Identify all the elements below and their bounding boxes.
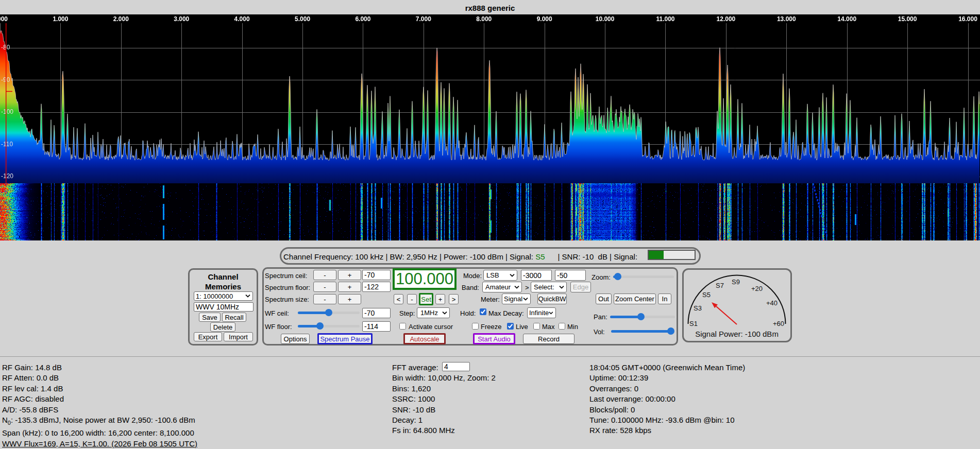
svg-text:+20: +20 (751, 285, 763, 292)
svg-text:S7: S7 (716, 282, 724, 289)
svg-text:+40: +40 (766, 299, 778, 307)
svg-text:+60: +60 (773, 320, 784, 327)
svg-text:S1: S1 (689, 320, 698, 327)
svg-text:S3: S3 (694, 304, 702, 312)
svg-text:S5: S5 (702, 291, 711, 299)
svg-text:Signal Power: -100 dBm: Signal Power: -100 dBm (695, 330, 779, 338)
svg-text:S9: S9 (732, 278, 740, 286)
